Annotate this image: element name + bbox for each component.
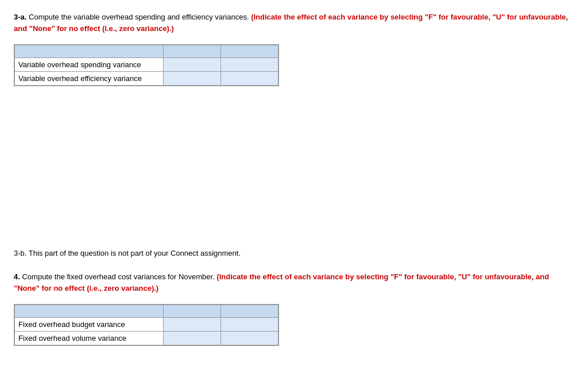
row1-label-3a: Variable overhead spending variance xyxy=(15,58,164,72)
header-cell-col2-4 xyxy=(221,305,278,318)
table-3a: Variable overhead spending variance Vari… xyxy=(14,45,278,86)
instruction-text-4: Compute the fixed overhead cost variance… xyxy=(20,272,217,281)
table-4-wrapper: Fixed overhead budget variance Fixed ove… xyxy=(14,304,279,346)
row1-col1-3a[interactable] xyxy=(164,58,221,72)
row1-col1-4[interactable] xyxy=(164,318,221,332)
instruction-text-3b: This part of the question is not part of… xyxy=(26,249,241,257)
table-3a-wrapper: Variable overhead spending variance Vari… xyxy=(14,44,279,86)
instruction-3a: 3-a. Compute the variable overhead spend… xyxy=(14,11,574,34)
header-cell-col1-3a xyxy=(164,45,221,58)
header-cell-label-4 xyxy=(15,305,164,318)
row1-col2-input-4[interactable] xyxy=(225,320,274,329)
row2-label-4: Fixed overhead volume variance xyxy=(15,332,164,345)
section-3a: 3-a. Compute the variable overhead spend… xyxy=(14,11,574,88)
row2-col2-input-3a[interactable] xyxy=(225,74,274,83)
row2-col1-3a[interactable] xyxy=(164,72,221,86)
table-header-row-4 xyxy=(15,305,278,318)
header-cell-label-3a xyxy=(15,45,164,58)
section-3b: 3-b. This part of the question is not pa… xyxy=(14,249,574,257)
row1-col1-input-3a[interactable] xyxy=(167,60,217,69)
row1-col2-4[interactable] xyxy=(221,318,278,332)
section-label-3b: 3-b. xyxy=(14,249,26,257)
section-label-3a: 3-a. xyxy=(14,13,26,21)
instruction-text-3a: Compute the variable overhead spending a… xyxy=(26,13,251,21)
section-label-4: 4. xyxy=(14,272,20,281)
instruction-3b: 3-b. This part of the question is not pa… xyxy=(14,249,574,257)
row2-col2-3a[interactable] xyxy=(221,72,278,86)
header-cell-col2-3a xyxy=(221,45,278,58)
row2-col2-input-4[interactable] xyxy=(225,334,274,342)
row2-col2-4[interactable] xyxy=(221,332,278,345)
table-row: Variable overhead efficiency variance xyxy=(15,72,278,86)
table-row: Fixed overhead volume variance xyxy=(15,332,278,345)
row1-label-4: Fixed overhead budget variance xyxy=(15,318,164,332)
row2-col1-4[interactable] xyxy=(164,332,221,345)
row1-col1-input-4[interactable] xyxy=(167,320,217,329)
instruction-4: 4. Compute the fixed overhead cost varia… xyxy=(14,271,574,294)
header-cell-col1-4 xyxy=(164,305,221,318)
row2-col1-input-3a[interactable] xyxy=(167,74,217,83)
row2-label-3a: Variable overhead efficiency variance xyxy=(15,72,164,86)
table-4: Fixed overhead budget variance Fixed ove… xyxy=(14,305,278,345)
row2-col1-input-4[interactable] xyxy=(167,334,217,342)
table-row: Variable overhead spending variance xyxy=(15,58,278,72)
row1-col2-3a[interactable] xyxy=(221,58,278,72)
table-header-row-3a xyxy=(15,45,278,58)
table-row: Fixed overhead budget variance xyxy=(15,318,278,332)
row1-col2-input-3a[interactable] xyxy=(225,60,274,69)
section-4: 4. Compute the fixed overhead cost varia… xyxy=(14,271,574,348)
